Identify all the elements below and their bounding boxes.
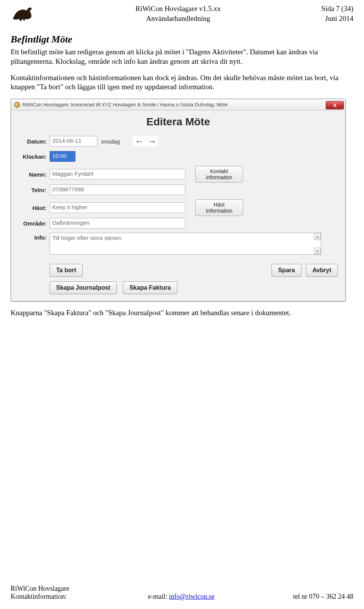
section-title: Befintligt Möte xyxy=(11,34,353,45)
label-hast: Häst: xyxy=(19,205,50,211)
label-telnr: Telnr: xyxy=(19,187,50,193)
close-button[interactable]: X xyxy=(326,101,344,109)
avbryt-button[interactable]: Avbryt xyxy=(306,264,338,277)
skapa-faktura-button[interactable]: Skapa Faktura xyxy=(123,281,177,294)
row-omrade: Område: Dalbränningen xyxy=(19,218,338,229)
weekday-label: onsdag xyxy=(97,138,125,145)
paragraph-3: Knapparna "Skapa Faktura" och "Skapa Jou… xyxy=(11,308,353,318)
label-klockan: Klockan: xyxy=(19,153,50,160)
row-datum: Datum: 2014-06-11 onsdag ← → xyxy=(19,136,338,147)
footer-left-1: RiWiCon Hovslagare xyxy=(11,585,69,593)
info-textarea-wrap: Till höger efter stora stenen ▴ ▾ xyxy=(50,233,321,255)
input-telnr[interactable]: 0708877998 xyxy=(50,185,185,195)
input-datum[interactable]: 2014-06-11 xyxy=(50,136,97,147)
document-header: RiWiCon Hovslagare v1.5.xx Användarhandl… xyxy=(11,4,353,23)
ta-bort-button[interactable]: Ta bort xyxy=(50,264,83,277)
document-footer: RiWiCon Hovslagare Kontaktinformation: e… xyxy=(11,585,353,601)
logo-horse-icon xyxy=(11,4,35,23)
input-klockan[interactable]: 10:00 xyxy=(50,151,75,162)
label-omrade: Område: xyxy=(19,220,50,227)
hast-information-button[interactable]: Häst Information xyxy=(195,199,243,216)
row-telnr: Telnr: 0708877998 xyxy=(19,184,338,196)
label-namn: Namn: xyxy=(19,171,50,178)
scroll-down-icon[interactable]: ▾ xyxy=(314,248,321,254)
dialog-body: Editera Möte Datum: 2014-06-11 onsdag ← … xyxy=(11,110,345,301)
page-number: Sida 7 (34) xyxy=(322,4,353,14)
arrow-right-icon: → xyxy=(147,136,157,147)
input-info[interactable]: Till höger efter stora stenen xyxy=(50,233,321,255)
label-datum: Datum: xyxy=(19,138,50,145)
label-info: Info: xyxy=(19,233,50,241)
button-row-2: Skapa Journalpost Skapa Faktura xyxy=(19,281,338,294)
date-next-button[interactable]: → xyxy=(146,136,158,147)
footer-right: tel nr 070 – 362 24 48 xyxy=(293,593,353,601)
header-right: Sida 7 (34) Juni 2014 xyxy=(322,4,353,23)
row-hast: Häst: Keep it higher Häst Information xyxy=(19,199,338,216)
header-center: RiWiCon Hovslagare v1.5.xx Användarhandl… xyxy=(35,4,322,23)
kontakt-information-button[interactable]: Kontakt information xyxy=(195,166,243,183)
header-subtitle: Användarhandledning xyxy=(35,14,322,24)
spara-button[interactable]: Spara xyxy=(271,264,301,277)
input-omrade[interactable]: Dalbränningen xyxy=(50,218,185,229)
paragraph-1: Ett befintligt möte kan redigeras genom … xyxy=(11,47,353,66)
skapa-journalpost-button[interactable]: Skapa Journalpost xyxy=(50,281,117,294)
row-namn: Namn: Maggan Fyrdahl Kontakt information xyxy=(19,166,338,183)
button-row-1: Ta bort Spara Avbryt xyxy=(19,264,338,277)
scroll-up-icon[interactable]: ▴ xyxy=(314,233,321,240)
window-title: RiWiCon Hovslagare: licencierad till XYZ… xyxy=(22,102,228,107)
footer-center: e-mail: info@riwicon.se xyxy=(148,593,215,601)
footer-left-2: Kontaktinformation: xyxy=(11,593,69,601)
app-icon xyxy=(14,102,20,108)
row-info: Info: Till höger efter stora stenen ▴ ▾ xyxy=(19,233,338,255)
input-hast[interactable]: Keep it higher xyxy=(50,202,185,213)
titlebar-left: RiWiCon Hovslagare: licencierad till XYZ… xyxy=(14,102,228,108)
paragraph-2: Kontaktinformationen och hästinformation… xyxy=(11,73,353,92)
footer-email-prefix: e-mail: xyxy=(148,593,169,600)
dialog-title: Editera Möte xyxy=(19,116,338,128)
document-date: Juni 2014 xyxy=(322,14,353,24)
date-prev-button[interactable]: ← xyxy=(133,136,146,147)
footer-email-link[interactable]: info@riwicon.se xyxy=(169,593,215,600)
input-namn[interactable]: Maggan Fyrdahl xyxy=(50,169,185,180)
app-window: RiWiCon Hovslagare: licencierad till XYZ… xyxy=(11,99,346,301)
arrow-left-icon: ← xyxy=(135,136,144,147)
titlebar: RiWiCon Hovslagare: licencierad till XYZ… xyxy=(11,99,345,110)
close-icon: X xyxy=(333,103,337,108)
button-spacer xyxy=(87,264,267,277)
row-klockan: Klockan: 10:00 xyxy=(19,151,338,162)
date-arrow-group: ← → xyxy=(133,136,158,147)
header-title: RiWiCon Hovslagare v1.5.xx xyxy=(35,4,322,14)
footer-left: RiWiCon Hovslagare Kontaktinformation: xyxy=(11,585,69,601)
